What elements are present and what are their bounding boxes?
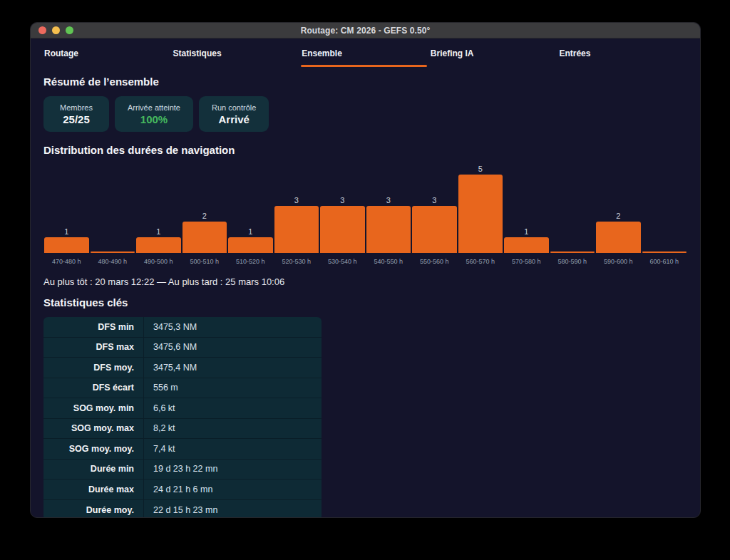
bar-count-label: 1 <box>156 227 160 236</box>
histogram-bar <box>228 237 273 253</box>
stat-row-value: 19 d 23 h 22 mn <box>144 460 322 479</box>
x-tick-label: 580-590 h <box>550 258 596 265</box>
histogram-slot-550-560-h: 3 <box>411 196 458 253</box>
x-tick-label: 600-610 h <box>642 258 688 265</box>
histogram-bar <box>320 206 365 253</box>
histogram-slot-500-510-h: 2 <box>182 212 228 253</box>
stat-row-value: 556 m <box>144 378 322 398</box>
tab-bar: RoutageStatistiquesEnsembleBriefing IAEn… <box>43 38 687 68</box>
stat-row-sog-moy-max: SOG moy. max8,2 kt <box>43 419 322 440</box>
ensemble-summary-title: Résumé de l’ensemble <box>43 76 687 88</box>
stat-row-label: DFS min <box>43 317 144 337</box>
histogram-slot-480-490-h <box>90 252 136 253</box>
x-tick-label: 500-510 h <box>182 258 228 265</box>
stat-row-dfs-moy: DFS moy.3475,4 NM <box>43 358 322 378</box>
stat-card-value: Arrivé <box>218 113 249 125</box>
x-tick-label: 590-600 h <box>595 258 642 265</box>
tab-label: Entrées <box>558 48 590 58</box>
bar-count-label: 2 <box>616 212 620 220</box>
x-tick-label: 530-540 h <box>319 258 366 265</box>
x-tick-label: 480-490 h <box>90 258 136 265</box>
histogram-slot-570-580-h: 1 <box>503 227 550 253</box>
stat-row-value: 3475,3 NM <box>144 317 322 337</box>
arrival-range-text: Au plus tôt : 20 mars 12:22 — Au plus ta… <box>43 276 687 287</box>
stat-card-value: 25/25 <box>63 113 90 125</box>
histogram-slot-560-570-h: 5 <box>458 165 504 253</box>
stat-row-value: 6,6 kt <box>144 398 322 418</box>
histogram-slot-510-520-h: 1 <box>227 227 274 253</box>
bar-count-label: 1 <box>248 227 252 236</box>
x-tick-label: 560-570 h <box>458 258 504 265</box>
tab-briefing-ia[interactable]: Briefing IA <box>430 38 559 68</box>
histogram-bar <box>366 206 411 253</box>
x-tick-label: 510-520 h <box>227 258 274 265</box>
x-tick-label: 470-480 h <box>43 258 90 265</box>
histogram-bar <box>274 206 319 253</box>
stat-row-label: SOG moy. moy. <box>43 439 144 459</box>
stat-card-run-controle: Run contrôleArrivé <box>199 96 269 132</box>
histogram-bar <box>642 252 687 253</box>
stat-row-duree-min: Durée min19 d 23 h 22 mn <box>43 460 322 480</box>
stat-row-value: 3475,6 NM <box>144 338 322 358</box>
stat-row-value: 7,4 kt <box>144 439 322 459</box>
distribution-title: Distribution des durées de navigation <box>43 144 687 156</box>
histogram-bar <box>91 252 135 253</box>
stat-row-value: 8,2 kt <box>144 419 322 439</box>
stat-row-value: 24 d 21 h 6 mn <box>144 479 322 499</box>
histogram-bar <box>412 206 457 253</box>
stat-row-sog-moy-moy: SOG moy. moy.7,4 kt <box>43 439 322 460</box>
histogram-plot-area: 11213333512 <box>43 159 687 253</box>
stat-row-dfs-max: DFS max3475,6 NM <box>43 338 322 358</box>
stat-row-label: Durée min <box>43 460 144 479</box>
x-tick-label: 520-530 h <box>274 258 320 265</box>
tab-ensemble[interactable]: Ensemble <box>301 38 430 68</box>
x-tick-label: 490-500 h <box>135 258 182 265</box>
histogram-slot-600-610-h <box>642 252 688 253</box>
bar-count-label: 3 <box>432 196 436 204</box>
stat-row-label: DFS moy. <box>43 358 144 378</box>
stat-row-duree-moy: Durée moy.22 d 15 h 23 mn <box>43 500 322 518</box>
histogram-bar <box>504 237 549 253</box>
duration-histogram: 11213333512 470-480 h480-490 h490-500 h5… <box>43 159 687 265</box>
histogram-bar <box>458 175 503 253</box>
stat-row-label: SOG moy. max <box>43 419 144 439</box>
bar-count-label: 3 <box>386 196 391 204</box>
histogram-slot-530-540-h: 3 <box>319 196 366 253</box>
bar-count-label: 3 <box>294 196 299 204</box>
histogram-bar <box>44 237 89 253</box>
stat-card-label: Membres <box>60 103 93 112</box>
stat-row-label: DFS écart <box>43 378 144 398</box>
tab-label: Statistiques <box>173 48 222 58</box>
stat-row-dfs-ecart: DFS écart556 m <box>43 378 322 399</box>
histogram-slot-580-590-h <box>550 252 596 253</box>
key-stats-title: Statistiques clés <box>43 296 687 308</box>
bar-count-label: 5 <box>478 165 483 173</box>
key-stats-table: DFS min3475,3 NMDFS max3475,6 NMDFS moy.… <box>43 317 322 517</box>
histogram-bar <box>596 222 641 253</box>
summary-cards: Membres25/25Arrivée atteinte100%Run cont… <box>43 96 687 132</box>
stat-row-dfs-min: DFS min3475,3 NM <box>43 317 322 338</box>
tab-routage[interactable]: Routage <box>43 38 173 68</box>
window-title: Routage: CM 2026 - GEFS 0.50° <box>31 26 700 36</box>
tab-label: Ensemble <box>301 48 342 58</box>
x-tick-label: 540-550 h <box>366 258 412 265</box>
stat-row-label: DFS max <box>43 338 144 358</box>
histogram-slot-520-530-h: 3 <box>274 196 320 253</box>
stat-card-value: 100% <box>140 113 168 125</box>
stat-row-label: Durée moy. <box>43 500 144 518</box>
histogram-slot-590-600-h: 2 <box>595 212 642 253</box>
titlebar[interactable]: Routage: CM 2026 - GEFS 0.50° <box>31 23 700 38</box>
x-tick-label: 550-560 h <box>411 258 458 265</box>
stat-row-label: Durée max <box>43 479 144 499</box>
stat-row-duree-max: Durée max24 d 21 h 6 mn <box>43 479 322 500</box>
x-tick-label: 570-580 h <box>503 258 550 265</box>
tab-entrees[interactable]: Entrées <box>558 38 687 68</box>
tab-label: Briefing IA <box>430 48 474 58</box>
bar-count-label: 2 <box>202 212 207 220</box>
app-window: Routage: CM 2026 - GEFS 0.50° RoutageSta… <box>30 22 701 518</box>
bar-count-label: 1 <box>524 227 528 236</box>
histogram-bar <box>550 252 595 253</box>
stat-card-arrivee-atteinte: Arrivée atteinte100% <box>115 96 193 132</box>
stat-row-value: 3475,4 NM <box>144 358 322 378</box>
tab-statistiques[interactable]: Statistiques <box>173 38 302 68</box>
